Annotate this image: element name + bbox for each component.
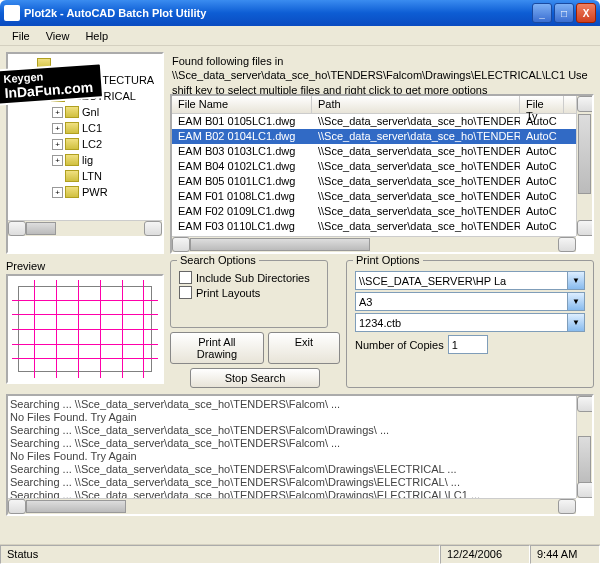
scroll-thumb-v[interactable] (578, 114, 591, 194)
scroll-down-icon[interactable] (577, 220, 594, 236)
folder-icon (65, 138, 79, 150)
stop-search-button[interactable]: Stop Search (190, 368, 320, 388)
filelist-scrollbar-v[interactable] (576, 96, 592, 236)
table-row[interactable]: EAM F03 0110LC1.dwg\\Sce_data_server\dat… (172, 219, 592, 234)
cell-path: \\Sce_data_server\data_sce_ho\TENDERS\ (312, 144, 520, 159)
table-row[interactable]: EAM B01 0105LC1.dwg\\Sce_data_server\dat… (172, 114, 592, 129)
printer-input[interactable] (355, 271, 568, 290)
expand-icon[interactable]: + (52, 187, 63, 198)
scroll-down-icon[interactable] (577, 482, 594, 498)
cell-filename: EAM F02 0109LC1.dwg (172, 204, 312, 219)
cell-type: AutoC (520, 174, 564, 189)
scroll-left-icon[interactable] (8, 499, 26, 514)
cell-type: AutoC (520, 159, 564, 174)
include-subdirs-checkbox[interactable]: Include Sub Directories (179, 271, 319, 284)
table-row[interactable]: EAM F01 0108LC1.dwg\\Sce_data_server\dat… (172, 189, 592, 204)
menu-help[interactable]: Help (77, 28, 116, 44)
tree-scrollbar-h[interactable] (8, 220, 162, 236)
menu-view[interactable]: View (38, 28, 78, 44)
log-scrollbar-v[interactable] (576, 396, 592, 498)
found-files-text: Found following files in \\Sce_data_serv… (170, 52, 594, 94)
window-title: Plot2k - AutoCAD Batch Plot Utility (24, 7, 532, 19)
chevron-down-icon[interactable]: ▼ (568, 292, 585, 311)
minimize-button[interactable]: _ (532, 3, 552, 23)
tree-label: PWR (82, 186, 108, 198)
tree-node[interactable]: +lig (52, 152, 160, 168)
cell-path: \\Sce_data_server\data_sce_ho\TENDERS\ (312, 204, 520, 219)
tree-node[interactable]: +LC1 (52, 120, 160, 136)
expand-icon[interactable]: + (52, 155, 63, 166)
menu-file[interactable]: File (4, 28, 38, 44)
folder-icon (65, 170, 79, 182)
style-input[interactable] (355, 313, 568, 332)
table-row[interactable]: EAM B04 0102LC1.dwg\\Sce_data_server\dat… (172, 159, 592, 174)
cell-type: AutoC (520, 204, 564, 219)
cell-type: AutoC (520, 129, 564, 144)
scroll-right-icon[interactable] (558, 499, 576, 514)
scroll-right-icon[interactable] (144, 221, 162, 236)
print-options-title: Print Options (353, 254, 423, 266)
search-options-group: Search Options Include Sub Directories P… (170, 260, 328, 328)
chevron-down-icon[interactable]: ▼ (568, 271, 585, 290)
cell-filename: EAM B02 0104LC1.dwg (172, 129, 312, 144)
paper-input[interactable] (355, 292, 568, 311)
scroll-right-icon[interactable] (558, 237, 576, 252)
print-layouts-checkbox[interactable]: Print Layouts (179, 286, 319, 299)
scroll-thumb-h[interactable] (190, 238, 370, 251)
scroll-left-icon[interactable] (172, 237, 190, 252)
status-time: 9:44 AM (530, 545, 600, 564)
scroll-up-icon[interactable] (577, 396, 594, 412)
table-row[interactable]: EAM B02 0104LC1.dwg\\Sce_data_server\dat… (172, 129, 592, 144)
chevron-down-icon[interactable]: ▼ (568, 313, 585, 332)
expand-icon[interactable]: + (52, 139, 63, 150)
tree-node[interactable]: +Gnl (52, 104, 160, 120)
preview-panel: Preview (6, 260, 164, 388)
copies-input[interactable] (448, 335, 488, 354)
print-all-button[interactable]: Print All Drawing (170, 332, 264, 364)
column-path[interactable]: Path (312, 96, 520, 113)
scroll-left-icon[interactable] (8, 221, 26, 236)
scroll-thumb-h[interactable] (26, 500, 126, 513)
file-list[interactable]: File Name Path File Ty EAM B01 0105LC1.d… (170, 94, 594, 254)
cell-type: AutoC (520, 114, 564, 129)
log-line: Searching ... \\Sce_data_server\data_sce… (10, 463, 590, 476)
tree-label: lig (82, 154, 93, 166)
cell-path: \\Sce_data_server\data_sce_ho\TENDERS\ (312, 174, 520, 189)
tree-node[interactable]: +LC2 (52, 136, 160, 152)
expand-icon[interactable]: + (52, 107, 63, 118)
expand-icon[interactable]: + (52, 123, 63, 134)
search-options-title: Search Options (177, 254, 259, 266)
exit-button[interactable]: Exit (268, 332, 340, 364)
table-row[interactable]: EAM F02 0109LC1.dwg\\Sce_data_server\dat… (172, 204, 592, 219)
maximize-button[interactable]: □ (554, 3, 574, 23)
folder-icon (65, 154, 79, 166)
scroll-thumb-v[interactable] (578, 436, 591, 486)
log-line: Searching ... \\Sce_data_server\data_sce… (10, 398, 590, 411)
folder-icon (65, 106, 79, 118)
tree-node[interactable]: +PWR (52, 184, 160, 200)
checkbox-icon (179, 286, 192, 299)
log-output[interactable]: Searching ... \\Sce_data_server\data_sce… (6, 394, 594, 516)
paper-combo[interactable]: ▼ (355, 292, 585, 311)
table-row[interactable]: EAM B03 0103LC1.dwg\\Sce_data_server\dat… (172, 144, 592, 159)
titlebar[interactable]: Plot2k - AutoCAD Batch Plot Utility _ □ … (0, 0, 600, 26)
close-button[interactable]: X (576, 3, 596, 23)
log-scrollbar-h[interactable] (8, 498, 576, 514)
scroll-thumb[interactable] (26, 222, 56, 235)
include-subdirs-label: Include Sub Directories (196, 272, 310, 284)
watermark-overlay: Keygen InDaFun.com (0, 62, 104, 105)
tree-node[interactable]: LTN (52, 168, 160, 184)
column-type[interactable]: File Ty (520, 96, 564, 113)
menubar: File View Help (0, 26, 600, 46)
style-combo[interactable]: ▼ (355, 313, 585, 332)
table-row[interactable]: EAM B05 0101LC1.dwg\\Sce_data_server\dat… (172, 174, 592, 189)
tree-label: LC1 (82, 122, 102, 134)
cell-filename: EAM B03 0103LC1.dwg (172, 144, 312, 159)
scroll-up-icon[interactable] (577, 96, 594, 112)
log-line: Searching ... \\Sce_data_server\data_sce… (10, 476, 590, 489)
filelist-scrollbar-h[interactable] (172, 236, 576, 252)
printer-combo[interactable]: ▼ (355, 271, 585, 290)
column-filename[interactable]: File Name (172, 96, 312, 113)
cell-filename: EAM F03 0110LC1.dwg (172, 219, 312, 234)
preview-label: Preview (6, 260, 164, 274)
